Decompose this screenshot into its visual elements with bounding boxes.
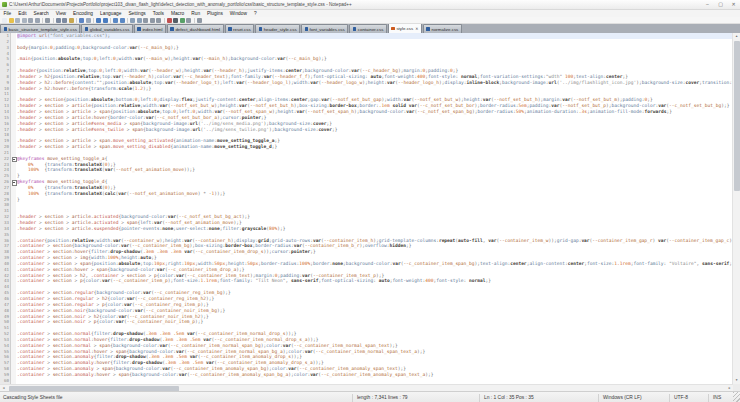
toolbar-separator bbox=[127, 18, 128, 23]
saved-file-icon bbox=[85, 27, 89, 31]
tab-defect_dashboard.html[interactable]: defect_dashboard.html bbox=[167, 24, 224, 33]
menu-run[interactable]: Run bbox=[188, 10, 204, 17]
tab-label: basic_structure_template_style.css bbox=[9, 27, 77, 32]
toolbar-separator bbox=[164, 18, 165, 23]
status-encoding[interactable]: UTF-8 bbox=[669, 394, 708, 402]
close-tab-icon[interactable]: ✕ bbox=[415, 27, 418, 31]
show-all-characters-icon[interactable] bbox=[150, 18, 155, 23]
save-all-icon[interactable] bbox=[22, 18, 27, 23]
fold-cell bbox=[11, 378, 16, 384]
notepad-plus-plus-window: C:\Users\Arthur\Documents\ProjectsPortfo… bbox=[0, 0, 740, 402]
close-button[interactable]: ✕ bbox=[727, 0, 740, 9]
status-bar: Cascading Style Sheets file length : 7,3… bbox=[0, 391, 740, 402]
scroll-up-icon[interactable]: ▲ bbox=[733, 33, 740, 40]
tab-font_variables.css[interactable]: font_variables.css bbox=[301, 24, 348, 33]
scroll-down-icon[interactable]: ▼ bbox=[733, 377, 740, 384]
stop-record-icon[interactable] bbox=[173, 18, 178, 23]
indent-guide-icon[interactable] bbox=[156, 18, 161, 23]
print-icon[interactable] bbox=[45, 18, 50, 23]
menu-window[interactable]: Window bbox=[226, 10, 250, 17]
menu-help[interactable]: ? bbox=[250, 10, 260, 17]
window-title: C:\Users\Arthur\Documents\ProjectsPortfo… bbox=[9, 2, 701, 7]
saved-file-icon bbox=[228, 27, 232, 31]
tab-basic_structure_template_style.css[interactable]: basic_structure_template_style.css bbox=[0, 24, 80, 33]
resize-grip[interactable] bbox=[733, 392, 740, 402]
saved-file-icon bbox=[137, 27, 141, 31]
toolbar-separator bbox=[53, 18, 54, 23]
zoom-out-icon[interactable] bbox=[120, 18, 125, 23]
window-controls: – ▢ ✕ bbox=[701, 0, 740, 9]
vertical-scrollbar[interactable]: ▲ ▼ bbox=[732, 33, 740, 384]
tab-global_variables.css[interactable]: global_variables.css bbox=[81, 24, 133, 33]
toolbar-separator bbox=[76, 18, 77, 23]
saved-file-icon bbox=[305, 27, 309, 31]
saved-file-icon bbox=[353, 27, 357, 31]
undo-icon[interactable] bbox=[79, 18, 84, 23]
status-doc-type: Cascading Style Sheets file bbox=[0, 395, 352, 400]
title-bar: C:\Users\Arthur\Documents\ProjectsPortfo… bbox=[0, 0, 740, 10]
toolbar-separator bbox=[42, 18, 43, 23]
line-number-gutter: 1234567891011121314151617181920212223242… bbox=[0, 33, 11, 384]
menu-encoding[interactable]: Encoding bbox=[70, 10, 97, 17]
menu-plugins[interactable]: Plugins bbox=[204, 10, 227, 17]
toolbar-separator bbox=[110, 18, 111, 23]
replace-icon[interactable] bbox=[103, 18, 108, 23]
tab-label: defect_dashboard.html bbox=[175, 27, 220, 32]
tab-label: font_variables.css bbox=[310, 27, 345, 32]
tab-style.css[interactable]: style.css✕ bbox=[388, 24, 422, 33]
text-editor[interactable]: @import url("font_variables.css"); body{… bbox=[17, 33, 733, 384]
menu-search[interactable]: Search bbox=[30, 10, 52, 17]
word-wrap-icon[interactable] bbox=[143, 18, 148, 23]
vertical-scroll-thumb[interactable] bbox=[734, 41, 740, 191]
cut-icon[interactable] bbox=[56, 18, 61, 23]
tab-label: normalize.css bbox=[431, 27, 458, 32]
menu-view[interactable]: View bbox=[52, 10, 69, 17]
new-file-icon[interactable] bbox=[2, 18, 7, 23]
document-monitor-icon[interactable] bbox=[197, 18, 202, 23]
tab-header_style.css[interactable]: header_style.css bbox=[255, 24, 300, 33]
tab-normalize.css[interactable]: normalize.css bbox=[423, 24, 462, 33]
saved-file-icon bbox=[170, 27, 174, 31]
unsaved-changes-icon bbox=[391, 27, 395, 31]
run-macro-multiple-icon[interactable] bbox=[186, 18, 191, 23]
saved-file-icon bbox=[259, 27, 263, 31]
playback-macro-icon[interactable] bbox=[180, 18, 185, 23]
menu-edit[interactable]: Edit bbox=[15, 10, 30, 17]
code-fold-margin bbox=[11, 33, 16, 384]
tab-index.html[interactable]: index.html bbox=[134, 24, 166, 33]
sync-vertical-icon[interactable] bbox=[130, 18, 135, 23]
record-macro-icon[interactable] bbox=[167, 18, 172, 23]
saved-file-icon bbox=[4, 27, 8, 31]
tab-label: reset.css bbox=[233, 27, 251, 32]
zoom-in-icon[interactable] bbox=[113, 18, 118, 23]
menu-macro[interactable]: Macro bbox=[167, 10, 187, 17]
menu-file[interactable]: File bbox=[0, 10, 15, 17]
copy-icon[interactable] bbox=[62, 18, 67, 23]
sync-horizontal-icon[interactable] bbox=[137, 18, 142, 23]
menu-language[interactable]: Language bbox=[97, 10, 125, 17]
tab-label: global_variables.css bbox=[90, 27, 130, 32]
tab-label: container.css bbox=[358, 27, 384, 32]
notepad-plus-plus-icon bbox=[2, 2, 7, 7]
line-number: 60 bbox=[0, 378, 10, 384]
status-insert-mode[interactable]: INS bbox=[708, 394, 733, 402]
paste-icon[interactable] bbox=[69, 18, 74, 23]
status-caret-info: Ln : 1 Col : 35 Pos : 35 bbox=[479, 394, 598, 402]
close-icon[interactable] bbox=[28, 18, 33, 23]
save-icon[interactable] bbox=[15, 18, 20, 23]
menu-tools[interactable]: Tools bbox=[149, 10, 167, 17]
scrollbar-corner bbox=[733, 384, 740, 391]
minimize-button[interactable]: – bbox=[701, 0, 714, 9]
redo-icon[interactable] bbox=[86, 18, 91, 23]
find-icon[interactable] bbox=[96, 18, 101, 23]
maximize-button[interactable]: ▢ bbox=[714, 0, 727, 9]
tab-container.css[interactable]: container.css bbox=[349, 24, 387, 33]
tab-label: index.html bbox=[142, 27, 162, 32]
menu-settings[interactable]: Settings bbox=[125, 10, 149, 17]
code-line bbox=[17, 378, 733, 384]
tab-reset.css[interactable]: reset.css bbox=[225, 24, 255, 33]
close-all-icon[interactable] bbox=[35, 18, 40, 23]
open-folder-icon[interactable] bbox=[9, 18, 14, 23]
status-size-info: length : 7,341 lines : 79 bbox=[352, 394, 479, 402]
status-eol-format[interactable]: Windows (CR LF) bbox=[598, 394, 669, 402]
